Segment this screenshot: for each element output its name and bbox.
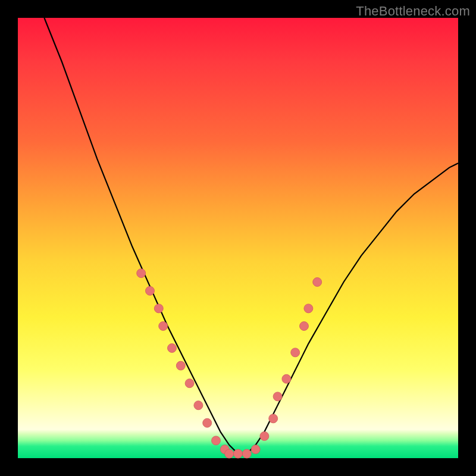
chart-svg — [18, 18, 458, 458]
data-point — [185, 379, 194, 388]
data-point — [269, 414, 278, 423]
data-point — [176, 361, 185, 370]
data-point — [168, 344, 177, 353]
data-point — [159, 322, 168, 331]
plot-area — [18, 18, 458, 458]
data-point — [282, 374, 291, 383]
bottleneck-curve — [44, 18, 458, 454]
data-point — [146, 286, 155, 295]
data-point — [291, 348, 300, 357]
data-point — [313, 278, 322, 287]
data-markers — [137, 269, 322, 458]
data-point — [234, 449, 243, 458]
data-point — [260, 432, 269, 441]
data-point — [273, 392, 282, 401]
data-point — [225, 449, 234, 458]
data-point — [304, 304, 313, 313]
data-point — [212, 436, 221, 445]
data-point — [242, 449, 251, 458]
watermark-text: TheBottleneck.com — [356, 4, 470, 19]
chart-frame: TheBottleneck.com — [0, 0, 476, 476]
data-point — [194, 401, 203, 410]
data-point — [251, 445, 260, 454]
data-point — [154, 304, 163, 313]
data-point — [203, 418, 212, 427]
data-point — [300, 322, 309, 331]
data-point — [137, 269, 146, 278]
